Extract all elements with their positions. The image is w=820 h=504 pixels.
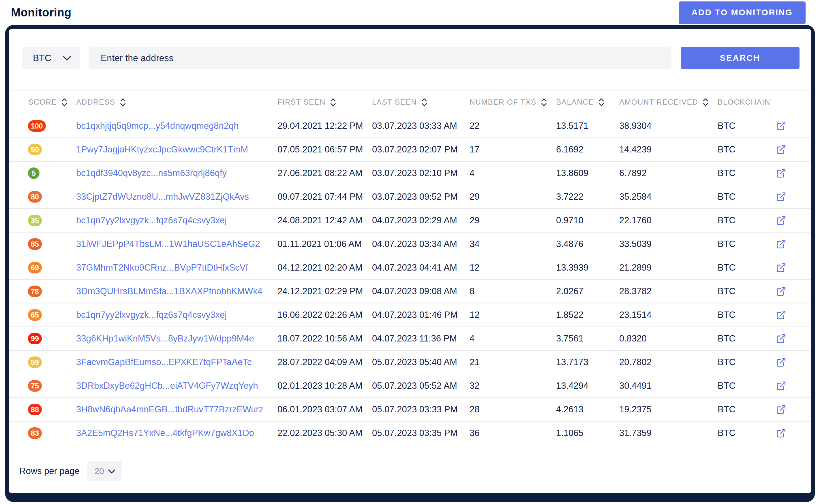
balance-cell: 6.1692 (556, 144, 619, 155)
address-cell: bc1qdf3940qv8yzc...ns5m63rqrlj86qfy (76, 168, 278, 178)
address-cell: 3FacvmGapBfEumso...EPXKE7tqFPTaAeTc (76, 357, 278, 367)
external-link-icon[interactable] (776, 239, 786, 249)
first-seen-cell: 06.01.2023 03:07 AM (278, 404, 372, 415)
rows-per-page-select[interactable]: 20 (87, 461, 122, 481)
txs-cell: 29 (470, 192, 556, 202)
table-footer: Rows per page 20 (19, 461, 811, 481)
address-link[interactable]: bc1qn7yy2lxvgyzk...fqz6s7q4csvy3xej (76, 215, 227, 225)
address-link[interactable]: bc1qxhjtjq5q9mcp...y54dnqwqmeg8n2qh (76, 121, 239, 131)
score-cell: 69 (9, 262, 76, 273)
currency-select[interactable]: BTC (22, 47, 80, 69)
address-cell: 3DRbxDxyBe62gHCb...eiATV4GFy7WzqYeyh (76, 381, 278, 391)
first-seen-cell: 04.12.2021 02:20 AM (278, 263, 372, 273)
external-link-cell (776, 357, 811, 367)
blockchain-cell: BTC (718, 192, 776, 202)
column-header-label: BLOCKCHAIN (718, 98, 770, 107)
external-link-cell (776, 215, 811, 226)
first-seen-cell: 27.06.2021 08:22 AM (278, 168, 372, 178)
external-link-icon[interactable] (776, 381, 786, 391)
score-badge: 83 (28, 427, 42, 439)
score-badge: 69 (28, 262, 42, 273)
external-link-icon[interactable] (776, 428, 786, 438)
table-row: 65bc1qn7yy2lxvgyzk...fqz6s7q4csvy3xej16.… (9, 303, 811, 327)
external-link-cell (776, 333, 811, 344)
column-header-last-seen[interactable]: LAST SEEN (372, 98, 470, 107)
external-link-icon[interactable] (776, 404, 786, 415)
amount-received-cell: 6.7892 (619, 168, 718, 178)
column-header-address[interactable]: ADDRESS (76, 98, 278, 107)
external-link-icon[interactable] (776, 286, 786, 297)
blockchain-cell: BTC (718, 333, 776, 344)
address-link[interactable]: 3FacvmGapBfEumso...EPXKE7tqFPTaAeTc (76, 357, 252, 367)
score-cell: 85 (9, 238, 76, 250)
external-link-icon[interactable] (776, 333, 786, 344)
external-link-icon[interactable] (776, 168, 786, 178)
table-row: 783Dm3QUHrsBLMmSfa...1BXAXPfnobhKMWk424.… (9, 280, 811, 303)
address-link[interactable]: 33CjptZ7dWUzno8U...mhJwVZ831ZjQkAvs (76, 192, 249, 202)
external-link-icon[interactable] (776, 263, 786, 273)
sort-icon[interactable] (61, 98, 67, 107)
amount-received-cell: 23.1514 (619, 310, 718, 320)
column-header-score[interactable]: SCORE (9, 98, 76, 107)
txs-cell: 28 (470, 404, 556, 415)
score-cell: 59 (9, 356, 76, 368)
sort-icon[interactable] (330, 98, 336, 107)
external-link-cell (776, 381, 811, 391)
column-header-number-of-txs[interactable]: NUMBER OF TXS (470, 98, 556, 107)
table-row: 883H8wN6qhAa4mnEGB...tbdRuvT77BzrzEWurz0… (9, 398, 811, 422)
external-link-icon[interactable] (776, 121, 786, 131)
search-button[interactable]: SEARCH (681, 47, 800, 69)
address-link[interactable]: 3A2E5mQ2Hs71YxNe...4tkfgPKw7gw8X1Do (76, 428, 254, 438)
balance-cell: 3.7561 (556, 333, 619, 344)
first-seen-cell: 02.01.2023 10:28 AM (278, 381, 372, 391)
external-link-icon[interactable] (776, 215, 786, 226)
address-link[interactable]: 31iWFJEPpP4TbsLM...1W1haUSC1eAhSeG2 (76, 239, 260, 249)
txs-cell: 8 (470, 286, 556, 297)
external-link-cell (776, 428, 811, 438)
txs-cell: 22 (470, 121, 556, 131)
address-cell: bc1qxhjtjq5q9mcp...y54dnqwqmeg8n2qh (76, 121, 278, 131)
amount-received-cell: 20.7802 (619, 357, 718, 367)
sort-icon[interactable] (598, 98, 604, 107)
address-link[interactable]: 3DRbxDxyBe62gHCb...eiATV4GFy7WzqYeyh (76, 381, 258, 391)
sort-icon[interactable] (702, 98, 709, 107)
currency-select-value: BTC (33, 53, 51, 63)
address-input[interactable] (89, 47, 672, 69)
external-link-icon[interactable] (776, 192, 786, 202)
first-seen-cell: 24.08.2021 12:42 AM (278, 215, 372, 226)
balance-cell: 3.4876 (556, 239, 619, 249)
last-seen-cell: 04.07.2023 11:36 PM (372, 333, 470, 344)
column-header-label: LAST SEEN (372, 98, 417, 107)
column-header-first-seen[interactable]: FIRST SEEN (278, 98, 372, 107)
external-link-icon[interactable] (776, 357, 786, 367)
score-cell: 88 (9, 404, 76, 415)
address-cell: 31iWFJEPpP4TbsLM...1W1haUSC1eAhSeG2 (76, 239, 278, 249)
score-cell: 35 (9, 215, 76, 226)
last-seen-cell: 05.07.2023 05:52 AM (372, 381, 470, 391)
column-header-balance[interactable]: BALANCE (556, 98, 619, 107)
address-link[interactable]: 33g6KHp1wiKnM5Vs...8yBzJyw1Wdpp9M4e (76, 333, 254, 343)
chevron-down-icon (63, 53, 71, 63)
sort-icon[interactable] (120, 98, 126, 107)
page-title: Monitoring (11, 6, 71, 19)
external-link-icon[interactable] (776, 144, 786, 155)
sort-icon[interactable] (541, 98, 547, 107)
address-link[interactable]: 3H8wN6qhAa4mnEGB...tbdRuvT77BzrzEWurz (76, 404, 263, 414)
score-cell: 80 (9, 191, 76, 203)
score-cell: 100 (9, 120, 76, 132)
address-link[interactable]: 37GMhmT2Nko9CRnz...BVpP7ttDtHfxScVf (76, 263, 248, 273)
sort-icon[interactable] (421, 98, 427, 107)
address-cell: 1Pwy7JagjaHKtyzxcJpcGkwwc9CtrK1TmM (76, 144, 278, 155)
external-link-icon[interactable] (776, 310, 786, 320)
balance-cell: 13.5171 (556, 121, 619, 131)
score-badge: 59 (28, 356, 42, 368)
address-link[interactable]: bc1qn7yy2lxvgyzk...fqz6s7q4csvy3xej (76, 310, 227, 320)
table-row: 35bc1qn7yy2lxvgyzk...fqz6s7q4csvy3xej24.… (9, 209, 811, 233)
address-link[interactable]: 3Dm3QUHrsBLMmSfa...1BXAXPfnobhKMWk4 (76, 286, 263, 296)
address-link[interactable]: 1Pwy7JagjaHKtyzxcJpcGkwwc9CtrK1TmM (76, 144, 248, 154)
first-seen-cell: 01.11.2021 01:06 AM (278, 239, 372, 249)
column-header-amount-received[interactable]: AMOUNT RECEIVED (619, 98, 718, 107)
add-to-monitoring-button[interactable]: ADD TO MONITORING (679, 1, 806, 24)
address-link[interactable]: bc1qdf3940qv8yzc...ns5m63rqrlj86qfy (76, 168, 227, 178)
last-seen-cell: 05.07.2023 03:35 PM (372, 428, 470, 438)
